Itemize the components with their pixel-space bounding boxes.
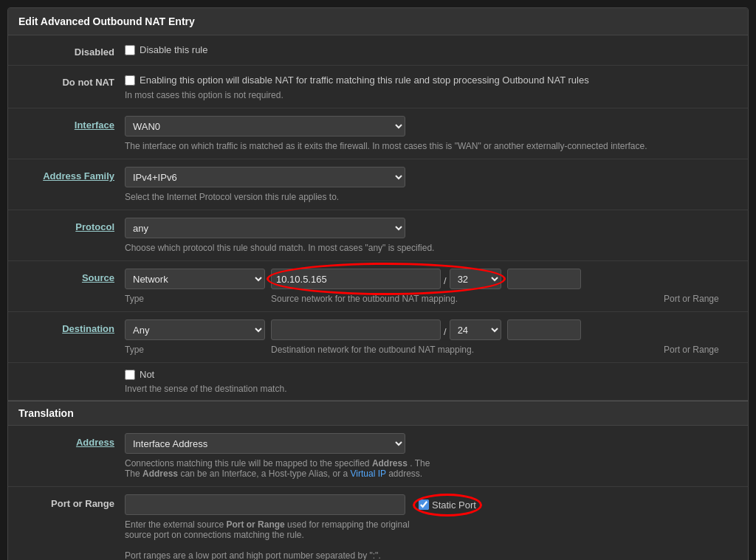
translation-section: Address Interface Address Other Subnet A…: [8, 426, 748, 560]
do-not-nat-checkbox-label: Enabling this option will disable NAT fo…: [140, 75, 589, 86]
destination-label[interactable]: Destination: [18, 319, 114, 334]
source-network-label: Source network for the outbound NAT mapp…: [271, 294, 658, 304]
interface-help: The interface on which traffic is matche…: [125, 141, 738, 151]
address-help-address: Address: [372, 458, 408, 469]
static-port-label: Static Port: [432, 499, 476, 511]
not-help: Invert the sense of the destination matc…: [125, 384, 286, 394]
protocol-select[interactable]: any TCP UDP TCP/UDP ICMP: [125, 218, 405, 238]
address-help-can-be: can be an Interface, a Host-type Alias, …: [180, 469, 350, 479]
port-help-3: Port ranges are a low port and high port…: [125, 550, 381, 560]
do-not-nat-help: In most cases this option is not require…: [125, 90, 738, 100]
page-wrapper: Edit Advanced Outbound NAT Entry Disable…: [7, 7, 749, 560]
not-help-wrapper: Invert the sense of the destination matc…: [18, 383, 738, 394]
not-row: Not Invert the sense of the destination …: [8, 363, 748, 401]
port-help-bold1: Port or Range: [226, 519, 284, 530]
port-help-1: Enter the external source: [125, 519, 226, 530]
disabled-content: Disable this rule: [125, 43, 738, 55]
destination-ip-cidr-wrapper: / 8 16 24 32: [271, 319, 501, 340]
protocol-help: Choose which protocol this rule should m…: [125, 243, 738, 253]
port-help-1rest: used for remapping the original: [287, 519, 409, 530]
source-label[interactable]: Source: [18, 269, 114, 283]
source-type-select[interactable]: any Network Single host Interface Addres…: [125, 269, 265, 289]
source-sub-labels: Type Source network for the outbound NAT…: [125, 294, 738, 304]
source-port-input[interactable]: [507, 269, 581, 289]
destination-content: Any Network Single host / 8 16 24 32: [125, 319, 738, 355]
port-range-help: Enter the external source Port or Range …: [125, 519, 738, 560]
address-content: Interface Address Other Subnet Any Conne…: [125, 433, 738, 479]
address-help-main: Connections matching this rule will be m…: [125, 458, 370, 469]
port-range-row: Port or Range Static Port Enter the exte…: [8, 487, 748, 560]
address-row: Address Interface Address Other Subnet A…: [8, 426, 748, 487]
translation-section-header: Translation: [8, 401, 748, 426]
protocol-content: any TCP UDP TCP/UDP ICMP Choose which pr…: [125, 218, 738, 253]
disabled-row: Disabled Disable this rule: [8, 35, 748, 66]
address-family-label[interactable]: Address Family: [18, 167, 114, 182]
port-range-label: Port or Range: [18, 494, 114, 509]
disabled-checkbox-row: Disable this rule: [125, 44, 738, 55]
address-help-end: address.: [388, 469, 422, 479]
protocol-row: Protocol any TCP UDP TCP/UDP ICMP Choose…: [8, 210, 748, 261]
address-family-help: Select the Internet Protocol version thi…: [125, 192, 738, 202]
do-not-nat-checkbox[interactable]: [125, 75, 135, 86]
source-content: any Network Single host Interface Addres…: [125, 269, 738, 304]
port-range-content: Static Port Enter the external source Po…: [125, 494, 738, 560]
disabled-label: Disabled: [18, 43, 114, 58]
destination-cidr-select[interactable]: 8 16 24 32: [450, 319, 501, 340]
do-not-nat-checkbox-row: Enabling this option will disable NAT fo…: [125, 75, 738, 86]
address-family-select[interactable]: IPv4 IPv6 IPv4+IPv6: [125, 167, 405, 187]
destination-slash: /: [444, 322, 447, 337]
form-section: Disabled Disable this rule Do not NAT En…: [8, 35, 748, 401]
interface-row: Interface WAN0 WAN1 LAN The interface on…: [8, 108, 748, 159]
not-inner: Not: [18, 369, 738, 380]
destination-inner: Any Network Single host / 8 16 24 32: [125, 319, 738, 340]
destination-type-label: Type: [125, 345, 265, 355]
source-port-label: Port or Range: [664, 294, 738, 304]
protocol-label[interactable]: Protocol: [18, 218, 114, 232]
address-family-row: Address Family IPv4 IPv6 IPv4+IPv6 Selec…: [8, 159, 748, 210]
source-row: Source any Network Single host Interface…: [8, 261, 748, 312]
address-help-address2: Address: [142, 469, 178, 479]
page-title: Edit Advanced Outbound NAT Entry: [8, 8, 748, 35]
address-help-rest: . The: [410, 458, 430, 469]
address-select[interactable]: Interface Address Other Subnet Any: [125, 433, 405, 454]
interface-label[interactable]: Interface: [18, 116, 114, 131]
static-port-checkbox[interactable]: [419, 499, 429, 510]
interface-select[interactable]: WAN0 WAN1 LAN: [125, 116, 405, 136]
interface-content: WAN0 WAN1 LAN The interface on which tra…: [125, 116, 738, 151]
destination-sub-labels: Type Destination network for the outboun…: [125, 345, 738, 355]
source-type-label: Type: [125, 294, 265, 304]
port-range-input-row: Static Port: [125, 494, 738, 515]
source-ip-cidr-wrapper: / 8 16 24 32: [271, 269, 501, 289]
address-family-content: IPv4 IPv6 IPv4+IPv6 Select the Internet …: [125, 167, 738, 202]
do-not-nat-label: Do not NAT: [18, 73, 114, 88]
port-help-2: source port on connections matching the …: [125, 530, 304, 540]
destination-type-select[interactable]: Any Network Single host: [125, 319, 265, 340]
address-help: Connections matching this rule will be m…: [125, 458, 738, 479]
destination-port-input[interactable]: [507, 319, 581, 340]
source-cidr-select[interactable]: 8 16 24 32: [450, 269, 501, 289]
destination-row: Destination Any Network Single host / 8 …: [8, 312, 748, 363]
destination-network-label: Destination network for the outbound NAT…: [271, 345, 658, 355]
destination-ip-input[interactable]: [271, 319, 441, 340]
address-help-the: The: [125, 469, 142, 479]
disabled-checkbox-label: Disable this rule: [140, 44, 208, 55]
static-port-wrapper: Static Port: [419, 499, 476, 511]
disabled-checkbox[interactable]: [125, 45, 135, 55]
address-label[interactable]: Address: [18, 433, 114, 448]
not-checkbox-label: Not: [140, 369, 154, 380]
source-slash: /: [444, 272, 447, 286]
address-virtual-ip-link[interactable]: Virtual IP: [351, 469, 386, 479]
not-checkbox[interactable]: [125, 370, 135, 380]
source-inner: any Network Single host Interface Addres…: [125, 269, 738, 289]
port-range-input[interactable]: [125, 494, 405, 515]
destination-port-label: Port or Range: [664, 345, 738, 355]
do-not-nat-content: Enabling this option will disable NAT fo…: [125, 73, 738, 100]
source-ip-input[interactable]: [271, 269, 441, 289]
do-not-nat-row: Do not NAT Enabling this option will dis…: [8, 66, 748, 108]
